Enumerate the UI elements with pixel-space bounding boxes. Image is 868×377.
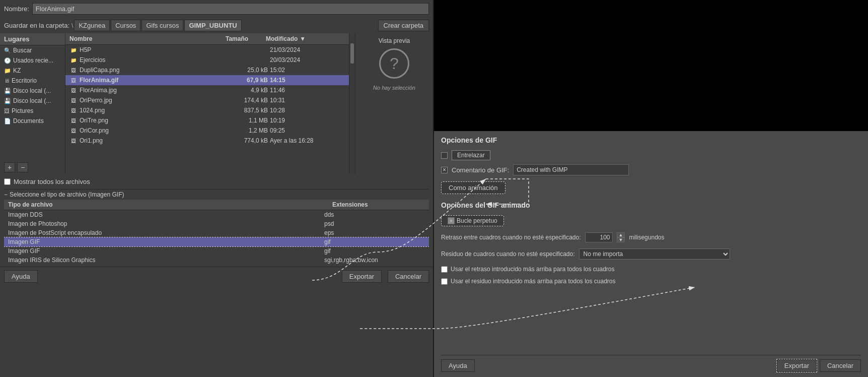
image-icon: 🖼 (69, 96, 78, 104)
animated-section-title: Opciones del GIF animado (441, 201, 861, 209)
file-row[interactable]: 🖼 Ori1.png 774,0 kB Ayer a las 16:28 (65, 136, 349, 146)
no-selection-text: No hay selección (373, 85, 415, 91)
file-row[interactable]: 🖼 OriPerro.jpg 174,4 kB 10:31 (65, 95, 349, 105)
gif-export-button[interactable]: Exportar (777, 359, 817, 372)
sort-arrow-icon: ▼ (300, 35, 306, 42)
breadcrumb-gifs[interactable]: Gifs cursos (141, 20, 183, 31)
help-button[interactable]: Ayuda (4, 270, 38, 283)
file-type-row[interactable]: Imagen DDS dds (4, 210, 429, 219)
delay-input[interactable] (585, 232, 613, 242)
file-type-row[interactable]: Imagen de PostScript encapsulado eps (4, 228, 429, 237)
file-row[interactable]: 🖼 1024.png 837,5 kB 10:28 (65, 105, 349, 115)
folder-label: Guardar en la carpeta: (4, 22, 69, 29)
places-documents[interactable]: 📄 Documents (0, 116, 65, 126)
file-type-row[interactable]: Imagen GIF gif (4, 246, 429, 256)
gif-options-title: Opciones de GIF (441, 136, 861, 144)
places-disco2[interactable]: 💾 Disco local (... (0, 96, 65, 106)
residuo-label: Residuo de cuadros cuando no esté especi… (441, 250, 575, 258)
file-row-selected[interactable]: 🖼 FlorAnima.gif 67,9 kB 14:15 (65, 75, 349, 85)
cancel-button[interactable]: Cancelar (388, 270, 429, 283)
entrelazar-button[interactable]: Entrelazar (452, 150, 490, 160)
places-escritorio[interactable]: 🖥 Escritorio (0, 76, 65, 86)
desktop-icon: 🖥 (4, 78, 10, 84)
comment-input[interactable] (513, 164, 629, 175)
breadcrumb-kzgunea[interactable]: KZgunea (74, 20, 110, 31)
file-type-row[interactable]: Imagen IRIS de Silicon Graphics sgi,rgb,… (4, 256, 429, 265)
bucle-button[interactable]: × Bucle perpetuo (441, 215, 504, 226)
delay-down-button[interactable]: ▼ (617, 237, 625, 242)
ft-header-ext: Extensiones (328, 200, 429, 210)
entrelazar-checkbox[interactable] (441, 152, 448, 159)
places-recientes[interactable]: 🕐 Usados recie... (0, 55, 65, 66)
file-row[interactable]: 📁 H5P 21/03/2024 (65, 45, 349, 55)
use-delay-checkbox[interactable] (441, 266, 448, 273)
create-folder-button[interactable]: Crear carpeta (378, 20, 429, 31)
bucle-x-button[interactable]: × (448, 217, 455, 224)
file-type-row-gif-selected[interactable]: Imagen GIF gif (4, 237, 429, 246)
filename-input[interactable] (32, 3, 429, 15)
delay-up-button[interactable]: ▲ (617, 232, 625, 237)
image-icon: 🖼 (69, 116, 78, 124)
image-icon: 🖼 (69, 86, 78, 94)
file-type-toggle-label: Seleccione el tipo de archivo (Imagen GI… (10, 191, 124, 198)
collapse-icon: − (4, 191, 8, 198)
use-delay-label: Usar el retraso introducido más arriba p… (451, 266, 615, 273)
places-disco1[interactable]: 💾 Disco local (... (0, 86, 65, 96)
comment-checkbox[interactable] (441, 167, 448, 173)
gif-icon: 🖼 (69, 76, 78, 84)
image-icon: 🖼 (69, 66, 78, 74)
places-pictures[interactable]: 🖼 Pictures (0, 106, 65, 116)
show-all-files-label: Mostrar todos los archivos (14, 178, 90, 185)
documents-icon: 📄 (4, 118, 11, 124)
comment-label: Comentario de GIF: (452, 166, 509, 174)
use-residuo-checkbox[interactable] (441, 278, 448, 285)
file-type-list: Imagen DDS dds Imagen de Photoshop psd I… (4, 210, 429, 265)
folder-icon: 📁 (69, 56, 78, 64)
scrollbar[interactable] (349, 33, 355, 174)
image-icon: 🖼 (69, 127, 78, 135)
gif-cancel-button[interactable]: Cancelar (820, 359, 861, 372)
add-place-button[interactable]: + (4, 162, 15, 172)
image-icon: 🖼 (69, 137, 78, 145)
col-header-tamano[interactable]: Tamaño (222, 33, 262, 44)
file-type-row[interactable]: Imagen de Photoshop psd (4, 219, 429, 228)
file-row[interactable]: 🖼 OriTre.png 1,1 MB 10:19 (65, 115, 349, 125)
bucle-label: Bucle perpetuo (457, 217, 497, 224)
delay-label: Retraso entre cuadros cuando no esté esp… (441, 234, 581, 241)
file-row[interactable]: 📁 Ejercicios 20/03/2024 (65, 55, 349, 65)
file-row[interactable]: 🖼 FlorAnima.jpg 4,9 kB 11:46 (65, 85, 349, 95)
folder-icon: 📁 (69, 46, 78, 54)
image-icon: 🖼 (69, 106, 78, 114)
gif-help-button[interactable]: Ayuda (441, 359, 475, 372)
black-preview-area (434, 0, 868, 131)
drive-icon-2: 💾 (4, 98, 11, 104)
remove-place-button[interactable]: − (17, 162, 28, 172)
file-row[interactable]: 🖼 OriCor.png 1,2 MB 09:25 (65, 125, 349, 136)
places-kz[interactable]: 📁 KZ (0, 66, 65, 76)
como-animacion-button[interactable]: Como animación (441, 181, 505, 194)
breadcrumb-sep: \ (71, 22, 73, 29)
file-row[interactable]: 🖼 DupliCapa.png 25,0 kB 15:02 (65, 65, 349, 75)
residuo-select[interactable]: No me importa (579, 248, 730, 260)
delay-unit-label: milisegundos (629, 234, 664, 241)
places-header: Lugares (0, 33, 65, 45)
show-all-files-checkbox[interactable] (4, 178, 11, 185)
places-buscar[interactable]: 🔍 Buscar (0, 45, 65, 55)
col-header-modificado[interactable]: Modificado ▼ (262, 33, 349, 44)
drive-icon-1: 💾 (4, 88, 11, 94)
preview-header: Vista previa (379, 37, 410, 44)
name-label: Nombre: (4, 5, 29, 13)
folder-icon-kz: 📁 (4, 68, 11, 74)
breadcrumb-gimp[interactable]: GIMP_UBUNTU (184, 20, 241, 31)
pictures-icon: 🖼 (4, 108, 10, 114)
preview-placeholder-icon: ? (379, 48, 409, 79)
file-type-toggle[interactable]: − Seleccione el tipo de archivo (Imagen … (4, 190, 429, 200)
col-header-nombre[interactable]: Nombre (65, 33, 222, 44)
recent-icon: 🕐 (4, 57, 11, 64)
export-button[interactable]: Exportar (342, 270, 382, 283)
show-all-files-row[interactable]: Mostrar todos los archivos (4, 176, 429, 187)
scroll-thumb[interactable] (350, 43, 354, 64)
breadcrumb-cursos[interactable]: Cursos (111, 20, 140, 31)
search-icon: 🔍 (4, 47, 11, 54)
use-residuo-label: Usar el residuo introducido más arriba p… (451, 278, 616, 285)
